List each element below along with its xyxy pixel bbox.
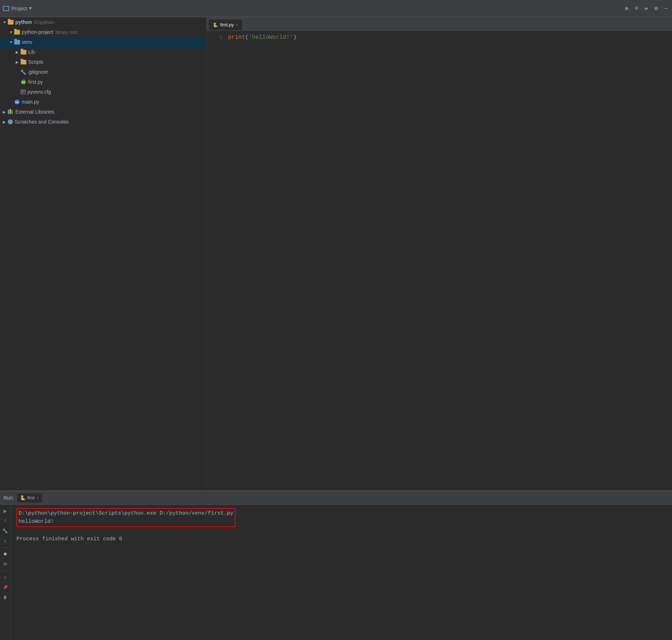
ext-lib-icon xyxy=(8,109,14,115)
sidebar-item-label: Scripts xyxy=(28,59,43,65)
settings-icon[interactable]: ⚙ xyxy=(653,4,660,13)
run-tab-icon: 🐍 xyxy=(20,495,26,500)
minimize-icon[interactable]: — xyxy=(663,5,669,12)
sidebar-item-path: D:\python xyxy=(34,20,54,25)
collapse-all-icon[interactable]: ≡ xyxy=(634,5,640,12)
project-title: Project xyxy=(11,6,27,11)
tab-close-button[interactable]: × xyxy=(236,22,238,27)
code-string: 'helloWorld!' xyxy=(249,34,293,41)
project-icon xyxy=(3,6,9,11)
folder-icon xyxy=(21,50,26,54)
sidebar-item-label: External Libraries xyxy=(15,109,54,115)
svg-rect-5 xyxy=(10,109,11,114)
arrow-icon xyxy=(3,20,8,24)
run-toolbar: ▶ ↑ 🔧 ↓ ■ ⟳ ⇩ 📌 🗑 xyxy=(0,505,11,640)
sidebar-item-python[interactable]: python D:\python xyxy=(0,17,206,27)
console-output: D:\python\python-project\Scripts\python.… xyxy=(11,505,672,640)
tab-first-py[interactable]: 🐍 first.py × xyxy=(208,19,243,30)
code-text: print('helloWorld!') xyxy=(228,34,296,41)
console-exit-line: Process finished with exit code 0 xyxy=(16,535,666,543)
project-sidebar: python D:\python python-project library … xyxy=(0,17,207,490)
folder-icon xyxy=(14,40,20,45)
arrow-icon xyxy=(16,60,21,64)
py-file-icon: py xyxy=(14,99,20,105)
editor-tab-bar: 🐍 first.py × xyxy=(207,17,672,31)
code-keyword: print xyxy=(228,34,245,41)
top-bar: Project ▼ ⊕ ≡ ⇌ ⚙ — xyxy=(0,0,672,17)
run-label: Run: xyxy=(4,495,14,501)
arrow-icon xyxy=(3,120,8,124)
py-file-icon: py xyxy=(21,79,26,85)
console-highlight-box: D:\python\python-project\Scripts\python.… xyxy=(16,508,236,527)
sidebar-item-label: venv xyxy=(22,39,32,45)
scroll-up-button[interactable]: ↑ xyxy=(1,517,10,525)
top-bar-icons: ⊕ ≡ ⇌ ⚙ — xyxy=(624,4,669,13)
svg-rect-6 xyxy=(11,110,13,114)
project-panel-header: Project ▼ xyxy=(3,6,95,11)
run-panel: Run: 🐍 first × ▶ ↑ 🔧 ↓ ■ ⟳ ⇩ 📌 🗑 D:\pyth xyxy=(0,490,672,640)
sidebar-item-python-project[interactable]: python-project library root xyxy=(0,27,206,37)
toolbar-separator-2 xyxy=(2,571,9,571)
sidebar-item-lib[interactable]: Lib xyxy=(0,47,206,57)
py-tab-icon: 🐍 xyxy=(213,22,218,27)
run-tab-first[interactable]: 🐍 first × xyxy=(17,493,42,503)
scope-icon[interactable]: ⊕ xyxy=(624,4,630,13)
arrow-icon xyxy=(16,50,21,54)
scroll-to-end-button[interactable]: ⇩ xyxy=(1,573,10,582)
console-exit-text: Process finished with exit code 0 xyxy=(16,536,122,542)
console-blank xyxy=(16,527,666,535)
arrow-icon xyxy=(9,30,14,34)
sidebar-item-label: pyvenv.cfg xyxy=(27,89,51,95)
git-icon: 🔧 xyxy=(21,69,26,74)
sidebar-item-first-py[interactable]: py first.py xyxy=(0,77,206,87)
sidebar-item-pyvenv[interactable]: pyvenv.cfg xyxy=(0,87,206,97)
console-output-text: helloWorld! xyxy=(19,519,54,525)
stop-button[interactable]: ■ xyxy=(1,550,10,558)
run-button[interactable]: ▶ xyxy=(1,507,10,515)
sidebar-item-label: first.py xyxy=(28,79,43,85)
run-tab-close[interactable]: × xyxy=(37,495,39,500)
sidebar-item-label: .gitignore xyxy=(27,69,48,75)
run-bottom-main: ▶ ↑ 🔧 ↓ ■ ⟳ ⇩ 📌 🗑 D:\python\python-proje… xyxy=(0,505,672,640)
main-area: python D:\python python-project library … xyxy=(0,17,672,490)
sidebar-item-label: python xyxy=(15,19,32,25)
arrow-icon xyxy=(9,40,14,44)
code-line-1: 1 print('helloWorld!') xyxy=(207,34,672,43)
folder-icon xyxy=(21,60,26,64)
console-cmd-line: D:\python\python-project\Scripts\python.… xyxy=(16,508,666,527)
svg-rect-4 xyxy=(8,110,9,114)
tab-label: first.py xyxy=(220,22,234,27)
sidebar-item-label: Lib xyxy=(28,49,35,55)
sidebar-item-gitignore[interactable]: 🔧 .gitignore xyxy=(0,67,206,77)
sidebar-item-sublabel: library root xyxy=(56,30,77,35)
sidebar-item-venv[interactable]: venv xyxy=(0,37,206,47)
code-paren-close: ) xyxy=(293,34,296,41)
scroll-down-button[interactable]: ↓ xyxy=(1,537,10,545)
sidebar-item-label: Scratches and Consoles xyxy=(15,119,69,125)
toolbar-separator xyxy=(2,547,9,548)
project-dropdown-arrow[interactable]: ▼ xyxy=(29,6,32,11)
code-paren: ( xyxy=(245,34,249,41)
pin-button[interactable]: 📌 xyxy=(1,583,10,592)
folder-icon xyxy=(8,20,14,25)
arrow-icon xyxy=(3,110,8,114)
cfg-icon xyxy=(21,89,26,94)
expand-icon[interactable]: ⇌ xyxy=(643,4,650,13)
sidebar-item-label: main.py xyxy=(22,99,39,105)
sidebar-item-label: python-project xyxy=(22,29,53,35)
scratch-icon xyxy=(8,119,13,124)
wrench-button[interactable]: 🔧 xyxy=(1,527,10,535)
editor-area: 🐍 first.py × 1 print('helloWorld!') xyxy=(207,17,672,490)
line-number: 1 xyxy=(207,35,228,40)
sidebar-item-ext-libs[interactable]: External Libraries xyxy=(0,107,206,117)
folder-icon xyxy=(14,30,20,35)
sidebar-item-scratches[interactable]: Scratches and Consoles xyxy=(0,117,206,127)
editor-content[interactable]: 1 print('helloWorld!') xyxy=(207,31,672,490)
console-cmd-text: D:\python\python-project\Scripts\python.… xyxy=(19,510,233,516)
sidebar-item-scripts[interactable]: Scripts xyxy=(0,57,206,67)
rerun-button[interactable]: ⟳ xyxy=(1,560,10,568)
run-tab-bar: Run: 🐍 first × xyxy=(0,491,672,505)
clear-button[interactable]: 🗑 xyxy=(1,593,10,602)
sidebar-item-main-py[interactable]: py main.py xyxy=(0,97,206,107)
run-tab-label: first xyxy=(27,495,35,500)
